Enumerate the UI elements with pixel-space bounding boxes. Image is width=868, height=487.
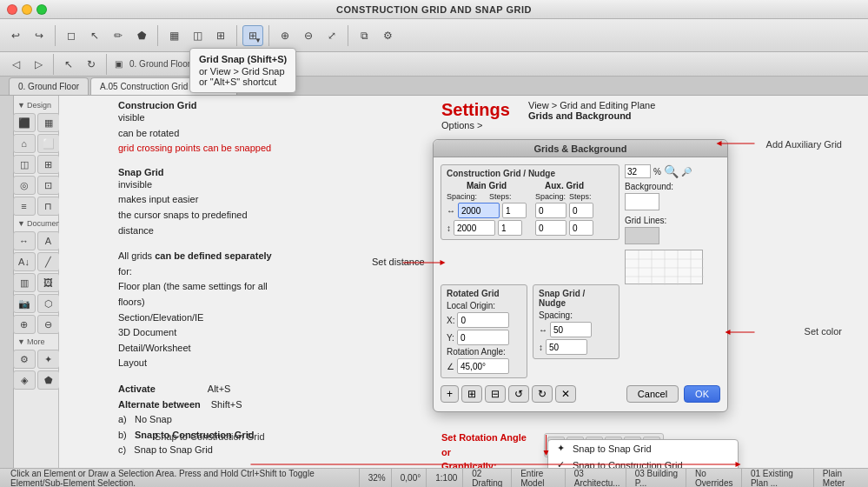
- rotation-input[interactable]: [457, 358, 509, 374]
- construction-grid-panel: Construction Grid / Nudge Main Grid Spac…: [441, 164, 620, 284]
- wall-icon[interactable]: ▦: [163, 25, 184, 46]
- minimize-button[interactable]: [22, 4, 32, 15]
- zoom-out-icon[interactable]: ⊖: [298, 25, 319, 46]
- cursor-icon[interactable]: ↖: [58, 54, 79, 75]
- line-tool-icon[interactable]: ╱: [37, 252, 60, 271]
- aux-spacing-2[interactable]: [535, 220, 567, 236]
- status-floor[interactable]: 03 Architectu...: [569, 469, 626, 487]
- undo-btn[interactable]: ↺: [508, 385, 529, 403]
- cg-item2: can be rotated: [118, 126, 431, 142]
- ok-button[interactable]: OK: [684, 385, 720, 403]
- undo-icon[interactable]: ↩: [5, 25, 26, 46]
- zoom-percent[interactable]: [625, 164, 651, 178]
- door-tool-icon[interactable]: ◫: [13, 155, 36, 174]
- text-tool-icon[interactable]: A: [37, 231, 60, 250]
- grid-icon-btn2[interactable]: ⊟: [485, 385, 506, 403]
- layer-icon[interactable]: ⧉: [354, 25, 374, 46]
- zone-tool-icon[interactable]: ⊡: [37, 176, 60, 195]
- zoom-out-icon[interactable]: 🔎: [681, 167, 692, 177]
- magic-icon[interactable]: ⬟: [131, 25, 152, 46]
- back-icon[interactable]: ◁: [5, 54, 26, 75]
- settings-icon[interactable]: ⚙: [377, 25, 398, 46]
- grid-lines-color-box[interactable]: [625, 227, 659, 244]
- pen-icon[interactable]: ✏: [108, 25, 129, 46]
- railing-tool-icon[interactable]: ⊓: [37, 197, 60, 216]
- fill-tool-icon[interactable]: ▥: [13, 273, 36, 292]
- main-spacing-1[interactable]: [458, 203, 500, 218]
- main-spacing-2[interactable]: [454, 220, 495, 236]
- close-button[interactable]: [7, 4, 17, 15]
- plus-tool-icon[interactable]: ⊕: [13, 315, 36, 334]
- add-icon-btn[interactable]: +: [441, 385, 459, 403]
- main-steps-1[interactable]: [502, 203, 527, 218]
- zoom-in-icon[interactable]: ⊕: [275, 25, 295, 46]
- snap-grid-panel: Snap Grid / Nudge Spacing: ↔ ↕: [533, 284, 620, 384]
- redo-icon[interactable]: ↪: [29, 25, 50, 46]
- minus-tool-icon[interactable]: ⊖: [37, 315, 60, 334]
- stair-tool-icon[interactable]: ≡: [13, 197, 36, 216]
- x-input[interactable]: [457, 312, 509, 328]
- aux-grid-headers: Spacing: Steps:: [535, 192, 593, 201]
- main-steps-2[interactable]: [498, 220, 522, 236]
- cancel-button[interactable]: Cancel: [626, 385, 679, 403]
- label-tool-icon[interactable]: A↓: [13, 252, 36, 271]
- cam-tool-icon[interactable]: 📷: [13, 294, 36, 313]
- more1-icon[interactable]: ⚙: [13, 350, 36, 369]
- more3-icon[interactable]: ◈: [13, 370, 36, 390]
- more4-icon[interactable]: ⬟: [37, 370, 60, 390]
- status-plan[interactable]: 01 Existing Plan ...: [745, 469, 814, 487]
- more2-icon[interactable]: ✦: [37, 350, 60, 369]
- grid-icon-btn1[interactable]: ⊞: [461, 385, 482, 403]
- roof-tool-icon[interactable]: ⌂: [13, 134, 36, 153]
- select-icon[interactable]: ◻: [61, 25, 82, 46]
- main-grid-row1: ↔: [447, 203, 527, 218]
- door-icon[interactable]: ◫: [187, 25, 208, 46]
- tab-ground-floor[interactable]: 0. Ground Floor: [9, 77, 89, 95]
- grid-snap-icon[interactable]: ⊞ ▼: [242, 25, 263, 46]
- redo-btn[interactable]: ↻: [532, 385, 553, 403]
- status-mode[interactable]: 02 Drafting: [467, 469, 512, 487]
- status-model[interactable]: Entire Model: [515, 469, 566, 487]
- status-unit[interactable]: Plain Meter: [818, 469, 863, 487]
- tab-bar: 0. Ground Floor A.05 Construction Grid a…: [0, 77, 868, 96]
- pointer-icon[interactable]: ↖: [84, 25, 105, 46]
- fit-icon[interactable]: ⤢: [321, 25, 342, 46]
- aux-steps-1[interactable]: [569, 203, 593, 218]
- aux-steps-2[interactable]: [569, 220, 593, 236]
- set-color-label: Set color: [805, 326, 842, 337]
- snap-snap-grid-label: Snap to Snap Grid: [573, 444, 652, 454]
- window-icon[interactable]: ⊞: [210, 25, 231, 46]
- obj-tool-icon[interactable]: ◎: [13, 176, 36, 195]
- wall-tool-icon[interactable]: ⬛: [13, 113, 36, 132]
- y-input[interactable]: [457, 330, 509, 345]
- percent-symbol: %: [653, 167, 661, 177]
- beam-tool-icon[interactable]: ⬜: [37, 134, 60, 153]
- popup-title: Grid Snap (Shift+S): [199, 54, 287, 64]
- status-building[interactable]: 03 Building P...: [630, 469, 686, 487]
- menu-snap-to-snap-grid[interactable]: ✦ Snap to Snap Grid: [548, 440, 738, 457]
- win-tool-icon[interactable]: ⊞: [37, 155, 60, 174]
- zoom-in-icon[interactable]: 🔍: [664, 164, 679, 178]
- forward-icon[interactable]: ▷: [28, 54, 49, 75]
- set-rotation-annotation: Set Rotation Angle or Graphically: Draw …: [441, 430, 554, 468]
- settings-header-block: Settings Options >: [441, 100, 510, 130]
- aux-spacing-1[interactable]: [535, 203, 567, 218]
- window-controls[interactable]: [7, 4, 47, 15]
- alternate-row: Alternate betweenShift+S: [118, 397, 431, 413]
- background-color-box[interactable]: [625, 193, 659, 210]
- status-coords: 0,00°: [395, 469, 427, 487]
- dim-tool-icon[interactable]: ↔: [13, 231, 36, 250]
- slab-tool-icon[interactable]: ▦: [37, 113, 60, 132]
- status-zoom[interactable]: 32%: [363, 469, 392, 487]
- maximize-button[interactable]: [36, 4, 47, 15]
- sg-spacing-1[interactable]: [550, 322, 592, 337]
- rotate-icon[interactable]: ↻: [81, 54, 102, 75]
- morph-tool-icon[interactable]: ⬡: [37, 294, 60, 313]
- right-panel: % 🔍 🔎 Background: Grid Lines:: [625, 164, 720, 284]
- fig-tool-icon[interactable]: 🖼: [37, 273, 60, 292]
- snap-grid-title: Snap Grid: [118, 167, 431, 177]
- delete-btn[interactable]: ✕: [555, 385, 576, 403]
- sg-spacing-2[interactable]: [546, 339, 587, 355]
- ds-item2: floors): [118, 295, 431, 310]
- menu-snap-to-construction-grid[interactable]: ✓ Snap to Construction Grid: [548, 457, 738, 468]
